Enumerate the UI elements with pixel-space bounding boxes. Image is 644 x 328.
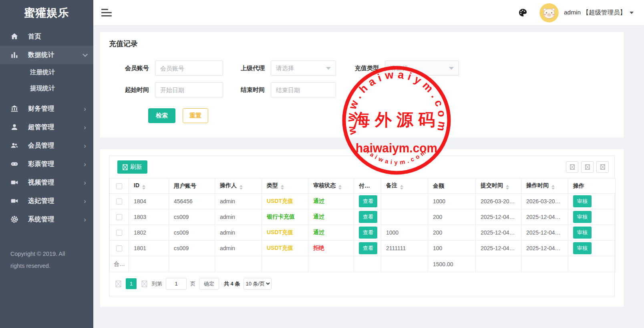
view-voucher-button[interactable]: 查看 <box>359 211 377 223</box>
view-voucher-button[interactable]: 查看 <box>359 242 377 254</box>
sidebar-subitem-register-stats[interactable]: 注册统计 <box>0 64 93 80</box>
row-checkbox[interactable] <box>116 245 122 251</box>
member-account-input[interactable] <box>155 61 223 76</box>
grid-tool-button-1[interactable] <box>566 161 578 173</box>
theme-palette-icon[interactable] <box>518 8 527 17</box>
end-time-label: 结束时间 <box>240 86 265 94</box>
review-button[interactable]: 审核 <box>573 242 592 254</box>
sidebar-item-video[interactable]: 视频管理 › <box>0 173 93 192</box>
col-remark: 备注 <box>381 178 428 194</box>
start-date-input[interactable] <box>155 82 223 97</box>
grid-tool-button-2[interactable] <box>581 161 594 173</box>
col-status: 审核状态 <box>308 178 354 194</box>
select-caret-icon <box>449 67 454 70</box>
review-button[interactable]: 审核 <box>573 195 592 207</box>
cell-status: 通过 <box>313 229 324 235</box>
chevron-right-icon: › <box>84 216 86 223</box>
pagination-bar: 1 到第 页 确定 共 4 条 10 条/页 <box>109 272 614 296</box>
select-caret-icon <box>326 67 331 70</box>
video-camera-icon <box>10 178 18 186</box>
grid-toolbar: 刷新 <box>109 156 614 178</box>
filter-buttons: 检索 重置 <box>148 108 615 123</box>
total-count-label: 共 4 条 <box>224 280 240 288</box>
cell-id: 1803 <box>129 209 169 225</box>
cell-operate-time: 2025-12-04… <box>521 225 568 241</box>
sidebar-item-label: 视频管理 <box>28 178 84 187</box>
row-checkbox[interactable] <box>116 198 122 204</box>
data-grid: 刷新 ID 用 <box>109 156 615 296</box>
page-size-select[interactable]: 10 条/页 <box>244 278 272 290</box>
cell-account: cs009 <box>169 225 215 241</box>
sidebar-item-selection[interactable]: 选妃管理 › <box>0 192 93 210</box>
missing-glyph-icon <box>600 164 605 170</box>
chevron-right-icon: › <box>84 198 86 204</box>
page-unit-label: 页 <box>190 280 195 288</box>
cell-amount: 200 <box>428 209 476 225</box>
parent-agent-select[interactable]: 请选择 <box>271 61 336 76</box>
row-checkbox[interactable] <box>116 214 122 220</box>
top-header: admin 【超级管理员】 <box>93 0 644 25</box>
view-voucher-button[interactable]: 查看 <box>359 227 377 239</box>
copyright-text: Copyright © 2019. All rights reserved. <box>0 248 84 272</box>
next-page-button[interactable] <box>140 279 148 289</box>
sort-icon[interactable] <box>506 185 509 190</box>
view-voucher-button[interactable]: 查看 <box>359 195 377 207</box>
goto-confirm-button[interactable]: 确定 <box>199 278 219 290</box>
search-button[interactable]: 检索 <box>148 108 175 123</box>
cell-submit-time: 2025-12-04… <box>476 241 521 256</box>
goto-page-input[interactable] <box>166 278 187 290</box>
sidebar-item-system[interactable]: 系统管理 › <box>0 210 93 229</box>
sidebar-item-members[interactable]: 会员管理 › <box>0 136 93 155</box>
chevron-down-icon <box>83 52 88 57</box>
missing-glyph-icon <box>585 164 590 170</box>
cell-account: 456456 <box>169 194 215 209</box>
gear-icon <box>10 215 18 223</box>
home-icon <box>10 32 18 40</box>
select-all-checkbox[interactable] <box>116 183 122 189</box>
sidebar-item-finance[interactable]: 财务管理 › <box>0 99 93 118</box>
grid-tool-button-3[interactable] <box>596 161 609 173</box>
cell-id: 1801 <box>129 241 169 256</box>
cell-amount: 1000 <box>428 194 476 209</box>
grid-tool-icons <box>566 161 609 173</box>
recharge-type-select[interactable]: 请选择 <box>385 61 459 76</box>
reset-button[interactable]: 重置 <box>183 108 208 123</box>
user-caret-icon[interactable] <box>630 12 634 14</box>
review-button[interactable]: 审核 <box>573 211 592 223</box>
chevron-right-icon: › <box>84 105 86 112</box>
prev-page-button[interactable] <box>114 279 122 289</box>
bank-icon <box>10 105 18 113</box>
sort-icon[interactable] <box>239 185 243 190</box>
sidebar-item-lottery[interactable]: 彩票管理 › <box>0 155 93 173</box>
goto-label: 到第 <box>152 280 162 288</box>
page-title: 充值记录 <box>109 39 615 49</box>
sort-icon[interactable] <box>281 185 284 190</box>
table-card: 刷新 ID 用 <box>100 149 624 307</box>
refresh-label: 刷新 <box>130 163 142 171</box>
sidebar-item-label: 数据统计 <box>28 51 83 59</box>
sidebar-item-superadmin[interactable]: 超管管理 › <box>0 118 93 136</box>
sort-icon[interactable] <box>142 185 145 190</box>
sort-icon[interactable] <box>551 185 555 190</box>
page-number-button[interactable]: 1 <box>126 278 137 289</box>
cell-amount: 100 <box>428 241 476 256</box>
sidebar-item-statistics[interactable]: 数据统计 <box>0 46 93 64</box>
user-avatar[interactable] <box>539 3 559 22</box>
cell-remark <box>381 194 428 209</box>
user-menu[interactable]: admin 【超级管理员】 <box>564 8 626 17</box>
sort-icon[interactable] <box>400 185 403 190</box>
table-row: 1804 456456 admin USDT充值 通过 查看 1000 2026… <box>110 194 616 209</box>
bar-chart-icon <box>10 51 18 59</box>
missing-glyph-icon <box>123 164 128 170</box>
col-id: ID <box>129 178 169 194</box>
cell-status: 通过 <box>313 213 324 220</box>
sidebar-item-home[interactable]: 首页 <box>0 27 93 46</box>
refresh-button[interactable]: 刷新 <box>117 160 147 174</box>
sidebar-subitem-withdraw-stats[interactable]: 提现统计 <box>0 80 93 96</box>
end-date-input[interactable] <box>271 82 336 97</box>
sort-icon[interactable] <box>338 185 342 190</box>
filter-start-time: 起始时间 <box>124 82 223 97</box>
row-checkbox[interactable] <box>116 230 122 236</box>
sidebar-toggle-button[interactable] <box>101 9 112 16</box>
review-button[interactable]: 审核 <box>573 227 592 239</box>
